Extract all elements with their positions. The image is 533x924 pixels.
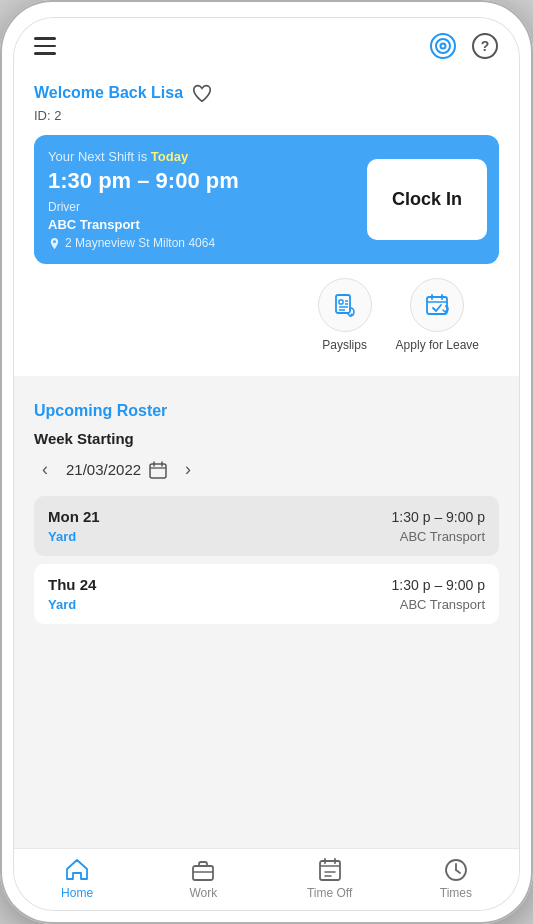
roster-item-row-1: Mon 21 1:30 p – 9:00 p [48,508,485,525]
bottom-nav: Home Work [14,848,519,910]
nav-item-home[interactable]: Home [14,857,140,900]
heart-icon [191,82,213,104]
shift-location: 2 Mayneview St Milton 4064 [48,236,357,250]
nav-label-times: Times [440,886,472,900]
shift-location-text: 2 Mayneview St Milton 4064 [65,236,215,250]
today-highlight: Today [151,149,188,164]
roster-list: Mon 21 1:30 p – 9:00 p Yard ABC Transpor… [34,496,499,624]
apply-leave-action[interactable]: Apply for Leave [396,278,479,352]
nav-item-times[interactable]: Times [393,857,519,900]
hamburger-menu-button[interactable] [34,37,56,55]
times-icon [443,857,469,883]
svg-point-2 [441,44,446,49]
nav-item-work[interactable]: Work [140,857,266,900]
leave-icon [424,292,450,318]
svg-point-1 [436,39,450,53]
help-icon[interactable]: ? [471,32,499,60]
week-starting-label: Week Starting [34,430,499,447]
date-next-button[interactable]: › [177,457,199,482]
roster-day-mon: Mon 21 [48,508,100,525]
roster-item-row-4: Yard ABC Transport [48,597,485,612]
apply-leave-label: Apply for Leave [396,338,479,352]
roster-company-thu: ABC Transport [400,597,485,612]
work-icon [190,857,216,883]
date-nav: ‹ 21/03/2022 › [34,457,499,482]
quick-actions: Payslips Apply for [34,264,499,360]
phone-shell: ? Welcome Back Lisa ID: 2 Your Next Shif… [0,0,533,924]
welcome-name-row: Welcome Back Lisa [34,82,499,104]
roster-location-mon: Yard [48,529,76,544]
home-icon [64,857,90,883]
svg-rect-6 [339,300,343,304]
roster-company-mon: ABC Transport [400,529,485,544]
shift-company: ABC Transport [48,217,357,232]
shift-time: 1:30 pm – 9:00 pm [48,168,357,194]
location-pin-icon [48,237,61,250]
time-off-icon [317,857,343,883]
phone-inner: ? Welcome Back Lisa ID: 2 Your Next Shif… [14,18,519,910]
svg-rect-21 [320,861,340,880]
welcome-section: Welcome Back Lisa ID: 2 Your Next Shift … [14,70,519,376]
roster-time-mon: 1:30 p – 9:00 p [392,509,485,525]
roster-day-thu: Thu 24 [48,576,96,593]
roster-item: Thu 24 1:30 p – 9:00 p Yard ABC Transpor… [34,564,499,624]
date-prev-button[interactable]: ‹ [34,457,56,482]
section-spacer [14,376,519,386]
current-date: 21/03/2022 [66,461,141,478]
calendar-icon[interactable] [149,461,167,479]
shift-card: Your Next Shift is Today 1:30 pm – 9:00 … [34,135,499,264]
welcome-text: Welcome Back Lisa [34,84,183,102]
apply-leave-circle [410,278,464,332]
roster-section: Upcoming Roster Week Starting ‹ 21/03/20… [14,386,519,848]
roster-item: Mon 21 1:30 p – 9:00 p Yard ABC Transpor… [34,496,499,556]
payslip-icon [332,292,358,318]
roster-item-row-3: Thu 24 1:30 p – 9:00 p [48,576,485,593]
user-id: ID: 2 [34,108,499,123]
nav-label-home: Home [61,886,93,900]
top-bar: ? [14,18,519,70]
payslips-action[interactable]: Payslips [318,278,372,352]
roster-location-thu: Yard [48,597,76,612]
nav-label-time-off: Time Off [307,886,352,900]
roster-time-thu: 1:30 p – 9:00 p [392,577,485,593]
shift-card-left: Your Next Shift is Today 1:30 pm – 9:00 … [48,149,367,250]
svg-line-29 [456,870,460,873]
payslips-circle [318,278,372,332]
top-icons-right: ? [429,32,499,60]
payslips-label: Payslips [322,338,367,352]
roster-item-row-2: Yard ABC Transport [48,529,485,544]
svg-text:?: ? [481,38,490,54]
svg-point-0 [431,34,455,58]
svg-rect-19 [193,866,213,880]
nav-label-work: Work [189,886,217,900]
shift-next-label: Your Next Shift is Today [48,149,357,164]
roster-title: Upcoming Roster [34,402,499,420]
clock-in-button[interactable]: Clock In [367,159,487,240]
date-display: 21/03/2022 [66,461,167,479]
target-icon[interactable] [429,32,457,60]
shift-role: Driver [48,200,357,214]
nav-item-time-off[interactable]: Time Off [267,857,393,900]
svg-rect-15 [150,464,166,478]
